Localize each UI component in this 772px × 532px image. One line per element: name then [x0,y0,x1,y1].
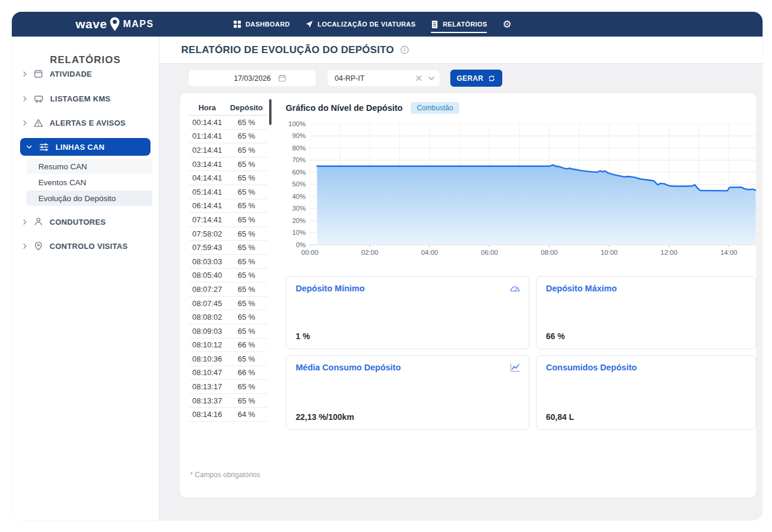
y-axis-tick-label: 80% [274,145,306,152]
sidebar-item-listagem-kms[interactable]: LISTAGEM KMS [22,91,152,106]
calendar-icon [278,74,286,83]
table-row: 02:14:41 65 % [189,143,267,157]
sidebar-subitem-evolucao-deposito[interactable]: Evolução do Depósito [27,191,152,206]
sidebar-subitem-label: Evolução do Depósito [38,194,116,203]
cell-hora: 08:10:47 [189,368,225,377]
cell-deposito: 65 % [225,201,267,210]
date-value: 17/03/2026 [234,74,271,83]
chevron-right-icon [22,219,27,225]
generate-button[interactable]: GERAR [450,70,502,87]
main-nav: DASHBOARD LOCALIZAÇÃO DE VIATURAS R [233,12,512,37]
x-axis-tick-label: 02:00 [355,249,384,256]
cell-hora: 08:14:16 [189,410,225,419]
stat-card-value: 22,13 %/100km [296,412,354,422]
date-input[interactable]: 17/03/2026 [189,70,316,86]
cell-hora: 07:59:43 [189,243,225,252]
table-row: 08:08:02 65 % [189,310,267,324]
stat-card-deposito-minimo: Depósito Mínimo 1 % [286,276,529,349]
stat-card-consumidos: Consumidos Depósito 60,84 L [536,355,756,430]
map-pin-icon [34,241,43,251]
info-icon[interactable] [400,45,409,54]
sidebar-item-alertas-avisos[interactable]: ALERTAS E AVISOS [22,115,152,130]
cell-hora: 08:07:27 [189,285,225,294]
sidebar: RELATÓRIOS ATIVIDADE LISTAGEM KMS [12,37,159,520]
x-axis-tick-label: 14:00 [715,249,743,256]
y-axis-tick-label: 100% [274,120,306,127]
fuel-type-badge: Combustão [411,102,459,114]
sidebar-item-atividade[interactable]: ATIVIDADE [22,66,152,81]
cell-deposito: 65 % [225,132,267,140]
table-row: 07:59:43 65 % [189,241,267,255]
table-row: 08:14:16 64 % [189,408,267,422]
chevron-right-icon [22,71,27,77]
cell-hora: 08:09:03 [189,327,225,336]
chevron-down-icon [26,145,32,149]
sidebar-subitem-eventos-can[interactable]: Eventos CAN [27,175,152,190]
vehicle-select-value: 04-RP-IT [335,74,415,83]
table-header: Hora Depósito [189,100,267,116]
table-row: 08:10:36 65 % [189,352,267,366]
y-axis-tick-label: 60% [274,169,306,176]
sidebar-item-controlo-visitas[interactable]: CONTROLO VISITAS [22,238,152,254]
cell-deposito: 65 % [225,382,267,391]
table-scrollbar-thumb[interactable] [269,99,271,125]
table-row: 03:14:41 65 % [189,157,267,172]
sidebar-subitem-resumo-can[interactable]: Resumo CAN [27,159,152,174]
cell-deposito: 65 % [225,285,267,294]
stat-card-title: Depósito Mínimo [296,284,365,293]
x-axis-tick-label: 10:00 [595,249,623,256]
nav-dashboard[interactable]: DASHBOARD [233,12,290,37]
deposit-table: Hora Depósito 00:14:41 65 % 01:14:41 65 … [189,100,267,422]
sidebar-subitem-label: Eventos CAN [38,178,86,187]
cell-deposito: 65 % [225,243,267,252]
cell-deposito: 66 % [225,340,267,349]
calendar-icon [34,69,43,78]
cell-deposito: 65 % [225,229,267,238]
clear-icon[interactable] [415,74,423,82]
generate-button-label: GERAR [457,74,483,83]
y-axis-tick-label: 10% [274,229,306,236]
stat-card-title: Depósito Máximo [546,284,617,293]
col-header-deposito: Depósito [225,103,267,112]
vehicle-select[interactable]: 04-RP-IT [328,70,440,86]
filter-bar: 17/03/2026 04-RP-IT [159,64,763,92]
nav-dashboard-label: DASHBOARD [246,21,290,28]
cell-hora: 01:14:41 [189,132,225,140]
app-window: wave MAPS DASHBOARD [12,12,763,520]
nav-localizacao-viaturas[interactable]: LOCALIZAÇÃO DE VIATURAS [305,12,416,37]
cell-deposito: 65 % [225,118,267,127]
sidebar-item-linhas-can[interactable]: LINHAS CAN [20,138,151,156]
stat-card-value: 1 % [296,331,310,341]
cell-hora: 08:13:37 [189,396,225,405]
cell-hora: 08:07:45 [189,299,225,308]
table-row: 07:58:02 65 % [189,227,267,241]
sliders-icon [39,143,49,152]
cell-hora: 08:10:12 [189,340,225,349]
line-chart-icon [510,363,521,372]
settings-gear-icon[interactable]: ⚙ [502,19,511,29]
stat-card-title: Consumidos Depósito [546,363,637,372]
x-axis-tick-label: 04:00 [416,249,444,256]
report-card: Hora Depósito 00:14:41 65 % 01:14:41 65 … [180,93,756,498]
chevron-down-icon[interactable] [428,76,435,81]
sidebar-item-condutores[interactable]: CONDUTORES [22,214,152,229]
y-axis-tick-label: 50% [274,180,306,188]
cell-hora: 03:14:41 [189,160,225,169]
sidebar-item-label: ALERTAS E AVISOS [50,119,126,127]
stat-card-title: Média Consumo Depósito [296,363,401,372]
cell-deposito: 64 % [225,410,267,419]
cell-deposito: 65 % [225,396,267,405]
table-row: 08:03:03 65 % [189,255,267,269]
chevron-right-icon [22,120,27,126]
main-content: RELATÓRIO DE EVOLUÇÃO DO DEPÓSITO 17/03/… [159,37,763,520]
table-row: 08:10:47 66 % [189,366,267,380]
cell-hora: 06:14:41 [189,201,225,210]
sidebar-item-label: LINHAS CAN [55,143,104,152]
dashboard-grid-icon [233,20,241,28]
table-row: 00:14:41 65 % [189,116,267,130]
sidebar-item-label: ATIVIDADE [50,70,92,78]
table-row: 01:14:41 65 % [189,130,267,144]
document-icon [431,20,439,29]
report-header: RELATÓRIO DE EVOLUÇÃO DO DEPÓSITO [159,37,763,64]
nav-relatorios[interactable]: RELATÓRIOS [431,12,487,37]
